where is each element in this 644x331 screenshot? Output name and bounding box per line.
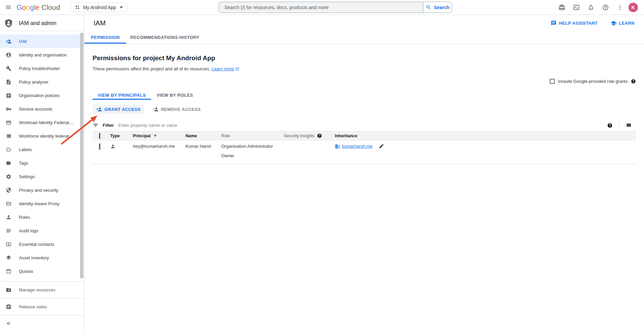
tab-permission[interactable]: PERMISSION (84, 31, 126, 44)
avatar[interactable]: K (628, 3, 638, 12)
gift-icon[interactable] (554, 0, 569, 15)
header-actions: HELP ASSISTANT LEARN (551, 20, 635, 26)
collapse-sidebar-button[interactable] (0, 315, 84, 331)
learn-button[interactable]: LEARN (611, 20, 635, 26)
column-header-type: Type (107, 134, 131, 138)
sidebar-item-label: IAM (19, 39, 27, 44)
more-vertical-icon[interactable] (613, 0, 627, 15)
help-assistant-button[interactable]: HELP ASSISTANT (551, 20, 597, 26)
card-icon (6, 120, 11, 125)
learn-more-link[interactable]: Learn more (212, 66, 234, 71)
notes-icon (6, 304, 11, 310)
sidebar-item-label: Workforce identity federat… (19, 134, 73, 139)
sidebar-item-iam[interactable]: IAM (0, 34, 84, 48)
column-header-name: Name (184, 134, 220, 138)
inheritance-org-link[interactable]: kumarharsh.me (342, 144, 372, 149)
external-link-icon (235, 67, 239, 71)
sidebar-header: IAM and admin (0, 15, 84, 31)
sidebar-item-manage-resources[interactable]: Manage resources (0, 282, 84, 298)
sidebar-item-policy-troubleshooter[interactable]: Policy troubleshooter (0, 62, 84, 75)
sidebar-item-tags[interactable]: Tags (0, 156, 84, 170)
project-grid-icon (75, 5, 80, 10)
column-display-icon[interactable] (626, 122, 631, 128)
sidebar-item-release-notes[interactable]: Release notes (0, 299, 84, 315)
column-header-inheritance: Inheritance (333, 134, 636, 138)
tab-view-by-roles[interactable]: VIEW BY ROLES (151, 90, 199, 100)
divider (619, 121, 619, 130)
notifications-bell-icon[interactable] (584, 0, 598, 15)
menu-hamburger-icon[interactable] (0, 0, 16, 15)
tab-view-by-principals[interactable]: VIEW BY PRINCIPALS (93, 90, 151, 100)
sidebar-item-roles[interactable]: Roles (0, 210, 84, 224)
help-icon[interactable] (598, 0, 613, 15)
user-type-person-icon (107, 144, 131, 149)
sidebar-item-workload-identity-federat[interactable]: Workload Identity Federat… (0, 116, 84, 129)
chevron-down-icon (120, 6, 123, 8)
iam-shield-icon (4, 19, 13, 28)
filter-help-icon[interactable] (607, 123, 613, 128)
account-circle-icon (6, 52, 11, 58)
sidebar-item-audit-logs[interactable]: Audit logs (0, 224, 84, 237)
row-checkbox[interactable] (99, 143, 100, 150)
learn-label: LEARN (619, 21, 635, 26)
cell-inheritance: kumarharsh.me (333, 144, 636, 149)
topbar-actions: K (554, 0, 644, 15)
sidebar-item-workforce-identity-federat[interactable]: Workforce identity federat… (0, 129, 84, 143)
remove-access-button[interactable]: REMOVE ACCESS (153, 107, 201, 112)
sidebar-item-identity-aware-proxy[interactable]: Identity-Aware Proxy (0, 197, 84, 210)
select-all-checkbox[interactable] (99, 133, 100, 139)
role-line: Organisation Administrator (221, 144, 282, 149)
include-grants-checkbox[interactable] (550, 79, 555, 84)
main-area: IAM HELP ASSISTANT LEARN PERMISSION RECO… (84, 15, 644, 331)
sidebar-item-organisation-policies[interactable]: Organisation policies (0, 89, 84, 102)
google-cloud-logo[interactable]: Google Cloud (17, 3, 60, 11)
column-header-principal[interactable]: Principal (131, 134, 184, 138)
label-outline-icon (6, 147, 11, 152)
search-input[interactable] (219, 2, 423, 13)
principal-header-label: Principal (133, 134, 151, 138)
sidebar-scrollbar[interactable] (80, 33, 83, 278)
sidebar-item-privacy-and-security[interactable]: Privacy and security (0, 183, 84, 197)
cell-role: Organisation Administrator Owner (220, 144, 282, 158)
organisation-building-icon (335, 144, 340, 149)
shield-icon (6, 187, 11, 193)
actions-row: GRANT ACCESS REMOVE ACCESS (93, 104, 636, 114)
sidebar-item-label: Manage resources (19, 287, 55, 292)
list-icon (6, 133, 11, 139)
sidebar-item-asset-inventory[interactable]: Asset inventory (0, 251, 84, 264)
logo-cloud-text: Cloud (42, 3, 60, 11)
row-checkbox-cell (93, 144, 107, 149)
sidebar-item-label: Asset inventory (19, 255, 49, 260)
sidebar-item-quotas[interactable]: Quotas (0, 264, 84, 278)
gear-icon (6, 174, 11, 180)
permissions-description: These permissions affect this project an… (93, 66, 636, 71)
sidebar-item-label: Settings (19, 174, 35, 179)
column-header-security-insights: Security insights (282, 133, 333, 138)
filter-input[interactable] (118, 123, 607, 128)
sidebar-item-label: Organisation policies (19, 93, 60, 98)
sidebar-item-service-accounts[interactable]: Service accounts (0, 102, 84, 116)
search-button[interactable]: Search (423, 2, 452, 13)
search-icon (426, 4, 431, 10)
edit-pencil-icon[interactable] (379, 143, 384, 149)
sidebar-item-label: Service accounts (19, 107, 52, 112)
sidebar-item-label: Audit logs (19, 228, 38, 233)
sidebar-item-identity-and-organisation[interactable]: Identity and organisation (0, 48, 84, 62)
sidebar-item-policy-analyser[interactable]: Policy analyser (0, 75, 84, 89)
sidebar-item-settings[interactable]: Settings (0, 170, 84, 183)
role-line: Owner (221, 153, 282, 158)
sidebar-item-label: Workload Identity Federat… (19, 120, 74, 125)
cloud-shell-icon[interactable] (569, 0, 584, 15)
tab-recommendations-history[interactable]: RECOMMENDATIONS HISTORY (126, 31, 204, 44)
help-filled-icon[interactable] (631, 79, 636, 84)
help-filled-icon[interactable] (317, 133, 322, 138)
sidebar-item-label: Quotas (19, 269, 33, 274)
cell-name: Kumar Harsh (184, 144, 220, 149)
header-checkbox-cell (93, 134, 107, 138)
project-selector[interactable]: My Android App (70, 2, 127, 12)
grant-access-button[interactable]: GRANT ACCESS (93, 104, 144, 114)
sidebar-item-essential-contacts[interactable]: Essential contacts (0, 237, 84, 251)
description-text: These permissions affect this project an… (93, 66, 210, 71)
sidebar-item-labels[interactable]: Labels (0, 143, 84, 156)
collapse-panel-icon (5, 321, 11, 326)
